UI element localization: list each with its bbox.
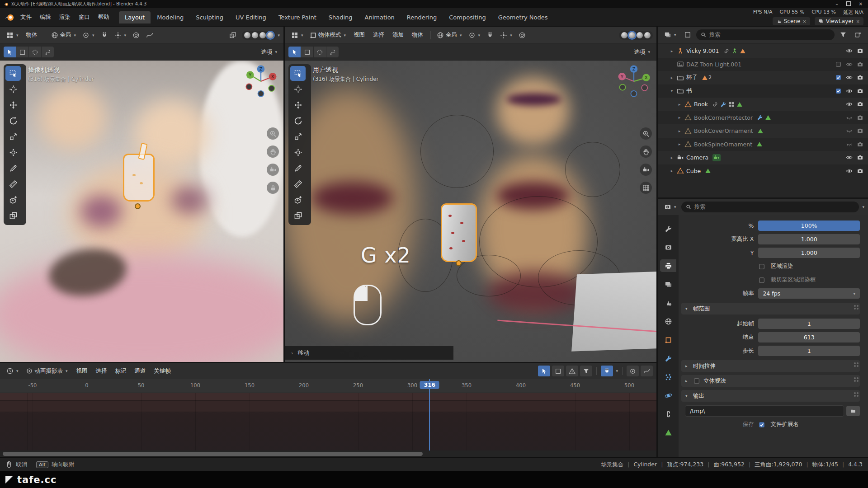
minimize-icon[interactable]: – bbox=[836, 2, 838, 6]
outliner-search-input[interactable]: 搜索 bbox=[696, 29, 835, 40]
tool-duplicate-button[interactable] bbox=[5, 208, 21, 223]
editor-type-button[interactable]: ▾ bbox=[4, 366, 21, 376]
pose-icon[interactable] bbox=[731, 48, 738, 54]
select-tweak-button[interactable] bbox=[288, 47, 301, 57]
object-menu[interactable]: 物体 bbox=[22, 30, 42, 40]
stereoscopy-panel-header[interactable]: ▸立体视法 bbox=[681, 375, 860, 387]
menubar-item[interactable]: 窗口 bbox=[75, 12, 94, 23]
properties-tab-view-layer[interactable] bbox=[660, 278, 676, 291]
vertex-groups-icon[interactable] bbox=[728, 101, 735, 108]
camera-view-icon[interactable] bbox=[640, 164, 652, 176]
menubar-item[interactable]: 文件 bbox=[16, 12, 36, 23]
panel-grip-icon[interactable] bbox=[854, 380, 856, 382]
xray-toggle[interactable] bbox=[226, 30, 239, 40]
outliner-item-label[interactable]: BookSpineOrnament bbox=[694, 141, 752, 148]
tool-measure-button[interactable] bbox=[290, 177, 306, 192]
tool-annotate-button[interactable] bbox=[290, 161, 306, 176]
tool-select-box-button[interactable] bbox=[290, 66, 306, 81]
snap-toggle[interactable] bbox=[601, 366, 613, 376]
pivot-point-dropdown[interactable]: ▾ bbox=[80, 30, 97, 40]
outliner-row[interactable]: ▸BookSpineOrnament bbox=[658, 138, 868, 151]
menubar-item[interactable]: 渲染 bbox=[55, 12, 75, 23]
maximize-icon[interactable] bbox=[846, 1, 851, 7]
hide-in-viewport-icon[interactable] bbox=[846, 127, 853, 134]
workspace-tab[interactable]: Layout bbox=[119, 11, 151, 23]
proportional-editing-toggle[interactable] bbox=[516, 30, 528, 40]
new-collection-button[interactable] bbox=[852, 30, 864, 40]
outliner-row[interactable]: ▸Book bbox=[658, 98, 868, 111]
scene-selector[interactable]: Scene× bbox=[773, 17, 810, 25]
outliner-row[interactable]: DAZ Toon Light.001 bbox=[658, 58, 868, 71]
properties-tab-particles[interactable] bbox=[660, 371, 676, 383]
outliner-item-label[interactable]: 杯子 bbox=[686, 74, 698, 81]
viewport-canvas[interactable]: 摄像机透视 (316) 场景集合 | Cylinder Z Y X bbox=[0, 61, 283, 362]
tool-scale-button[interactable] bbox=[5, 129, 21, 144]
viewport-menu-item[interactable]: 添加 bbox=[388, 30, 408, 40]
pan-hand-icon[interactable] bbox=[640, 145, 652, 158]
workspace-tab[interactable]: Texture Paint bbox=[273, 11, 322, 23]
mesh-data-icon[interactable] bbox=[736, 101, 743, 108]
frame-start-field[interactable]: 1 bbox=[758, 319, 860, 329]
blender-logo-icon[interactable] bbox=[5, 12, 14, 22]
zoom-icon[interactable] bbox=[640, 127, 652, 140]
lock-icon[interactable] bbox=[267, 182, 279, 194]
dope-sheet-menu-item[interactable]: 关键帧 bbox=[150, 366, 175, 376]
dope-sheet-mode-dropdown[interactable]: 动画摄影表▾ bbox=[23, 366, 71, 376]
workspace-tab[interactable]: Modeling bbox=[151, 11, 189, 23]
viewport-menu-item[interactable]: 物体 bbox=[408, 30, 427, 40]
outliner-row[interactable]: ▸BookCoverOrnament bbox=[658, 124, 868, 138]
panel-grip-icon[interactable] bbox=[854, 308, 856, 310]
editor-type-button[interactable]: ▾ bbox=[4, 30, 21, 40]
show-in-viewport-icon[interactable] bbox=[846, 74, 853, 81]
frame-step-field[interactable]: 1 bbox=[758, 346, 860, 356]
outliner-item-label[interactable]: DAZ Toon Light.001 bbox=[686, 61, 741, 68]
tool-annotate-button[interactable] bbox=[5, 161, 21, 176]
tool-move-button[interactable] bbox=[290, 98, 306, 113]
unlink-icon[interactable]: × bbox=[856, 19, 860, 24]
show-hidden-toggle[interactable] bbox=[552, 366, 564, 376]
disable-in-render-icon[interactable] bbox=[857, 114, 863, 121]
disable-in-render-icon[interactable] bbox=[857, 47, 863, 54]
resolution-percent-slider[interactable]: 100% bbox=[758, 221, 860, 231]
file-extensions-checkbox[interactable] bbox=[758, 421, 765, 428]
chevron-down-icon[interactable]: ▾ bbox=[278, 33, 280, 38]
workspace-tab[interactable]: Animation bbox=[359, 11, 401, 23]
workspace-tab[interactable]: Compositing bbox=[443, 11, 492, 23]
zoom-icon[interactable] bbox=[267, 127, 279, 140]
armature-data-icon[interactable] bbox=[740, 48, 746, 54]
tool-measure-button[interactable] bbox=[5, 177, 21, 192]
dope-sheet-menu-item[interactable]: 标记 bbox=[111, 366, 131, 376]
mesh-data-icon[interactable] bbox=[765, 114, 771, 121]
shading-rendered-icon[interactable] bbox=[267, 32, 274, 38]
snap-settings-dropdown[interactable]: ▾ bbox=[497, 30, 515, 40]
outliner-item-label[interactable]: BookCornerProtector bbox=[694, 114, 753, 121]
outliner-row[interactable]: ▸Cube bbox=[658, 164, 868, 178]
tool-cursor-button[interactable] bbox=[5, 82, 21, 97]
tool-transform-button[interactable] bbox=[5, 145, 21, 160]
shading-solid-icon[interactable] bbox=[629, 32, 635, 38]
properties-tab-physics[interactable] bbox=[660, 389, 676, 402]
editor-type-button[interactable]: ▾ bbox=[661, 30, 679, 40]
mesh-data-icon[interactable] bbox=[757, 128, 764, 134]
outliner-row[interactable]: ▸Vicky 9.001 bbox=[658, 44, 868, 58]
viewport-menu-item[interactable]: 选择 bbox=[369, 30, 388, 40]
select-box-button[interactable] bbox=[301, 47, 313, 57]
properties-tab-tool[interactable] bbox=[660, 222, 676, 235]
modifiers-icon[interactable] bbox=[757, 114, 763, 121]
disable-in-render-icon[interactable] bbox=[857, 168, 863, 174]
shading-material-icon[interactable] bbox=[637, 32, 643, 38]
viewport-menu-item[interactable]: 视图 bbox=[349, 30, 369, 40]
region-render-checkbox[interactable] bbox=[758, 263, 765, 270]
modifiers-icon[interactable] bbox=[720, 101, 726, 108]
shading-solid-icon[interactable] bbox=[252, 32, 258, 38]
tool-duplicate-button[interactable] bbox=[290, 208, 306, 223]
timeline-scrollbar[interactable] bbox=[0, 450, 656, 457]
outliner-item-label[interactable]: Camera bbox=[686, 154, 708, 161]
disable-in-render-icon[interactable] bbox=[857, 101, 863, 108]
outliner-item-label[interactable]: BookCoverOrnament bbox=[694, 127, 753, 134]
outliner-row[interactable]: ▾书 bbox=[658, 84, 868, 98]
disclosure-triangle-icon[interactable]: ▸ bbox=[676, 129, 683, 133]
panel-grip-icon[interactable] bbox=[854, 395, 856, 397]
dope-sheet-menu-item[interactable]: 选择 bbox=[92, 366, 111, 376]
show-in-viewport-icon[interactable] bbox=[846, 88, 853, 94]
